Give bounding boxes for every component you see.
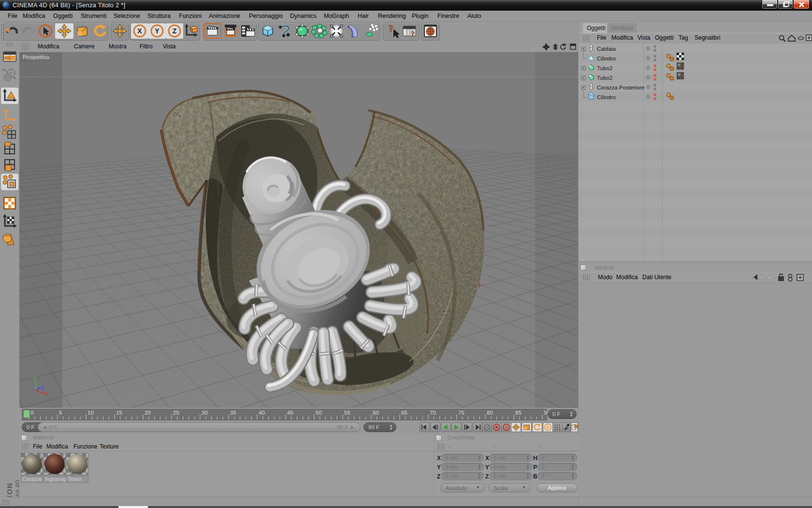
svg-text:P: P: [546, 425, 549, 430]
svg-text:90: 90: [544, 410, 548, 416]
svg-text:80: 80: [487, 410, 493, 416]
svg-text:Tubo2: Tubo2: [597, 75, 612, 81]
svg-text:65: 65: [401, 410, 407, 416]
svg-text:Prospettiva: Prospettiva: [23, 54, 50, 60]
svg-text:?: ?: [411, 30, 415, 38]
svg-text:10: 10: [87, 410, 94, 416]
svg-text:?: ?: [505, 425, 508, 430]
svg-text:20: 20: [145, 410, 151, 416]
svg-text:?: ?: [389, 23, 393, 34]
svg-text:X: X: [137, 27, 142, 35]
svg-text:Z: Z: [173, 27, 177, 35]
svg-text:55: 55: [344, 410, 350, 416]
svg-text:15: 15: [116, 410, 122, 416]
svg-text:Corazza Posteriore: Corazza Posteriore: [597, 85, 644, 90]
svg-text:40: 40: [259, 410, 265, 416]
svg-text:Cilindro: Cilindro: [597, 94, 616, 100]
svg-text:X: X: [44, 391, 48, 397]
svg-text:Tubo2: Tubo2: [597, 65, 612, 71]
svg-text:45: 45: [287, 410, 293, 416]
svg-text:35: 35: [230, 410, 236, 416]
svg-text:Cilindro: Cilindro: [597, 56, 616, 61]
svg-text:Y: Y: [33, 375, 37, 381]
svg-text:0: 0: [30, 410, 33, 416]
svg-text:Y: Y: [155, 27, 160, 35]
svg-text:Z: Z: [42, 385, 45, 390]
svg-text:60: 60: [373, 410, 379, 416]
svg-text:75: 75: [458, 410, 464, 416]
svg-text:70: 70: [430, 410, 436, 416]
svg-text:50: 50: [316, 410, 322, 416]
svg-text:30: 30: [202, 410, 208, 416]
svg-text:5: 5: [59, 410, 62, 416]
svg-text:Caldaia: Caldaia: [597, 46, 616, 52]
svg-text:85: 85: [515, 410, 522, 416]
svg-text:25: 25: [173, 410, 179, 416]
